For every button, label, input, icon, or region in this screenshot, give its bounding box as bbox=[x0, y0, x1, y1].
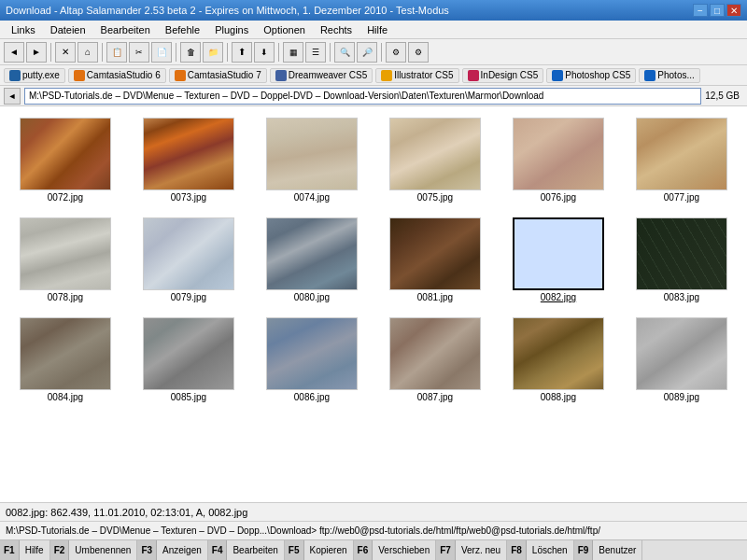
file-item[interactable]: 0081.jpg bbox=[377, 214, 493, 306]
fn-key-label: Bearbeiten bbox=[227, 544, 283, 556]
address-input[interactable] bbox=[24, 88, 701, 105]
bookmark-icon bbox=[9, 70, 21, 81]
file-item[interactable]: 0089.jpg bbox=[624, 314, 740, 406]
menu-item-plugins[interactable]: Plugins bbox=[207, 22, 256, 37]
menu-item-links[interactable]: Links bbox=[4, 22, 43, 37]
fn-key-f4[interactable]: F4Bearbeiten bbox=[208, 540, 285, 560]
menu-item-hilfe[interactable]: Hilfe bbox=[359, 22, 395, 37]
fn-key-f6[interactable]: F6Verschieben bbox=[354, 540, 437, 560]
file-item[interactable]: 0078.jpg bbox=[7, 214, 123, 306]
file-thumbnail bbox=[636, 317, 727, 390]
file-label: 0072.jpg bbox=[48, 192, 83, 203]
disk-size: 12,5 GB bbox=[705, 91, 743, 101]
file-item[interactable]: 0074.jpg bbox=[254, 114, 370, 206]
back-button[interactable]: ◄ bbox=[4, 42, 24, 63]
window-controls: − □ ✕ bbox=[693, 4, 741, 17]
toolbar-separator-4 bbox=[227, 43, 228, 62]
addr-back-btn[interactable]: ◄ bbox=[4, 88, 21, 105]
minimize-button[interactable]: − bbox=[693, 4, 708, 17]
search2-button[interactable]: 🔎 bbox=[357, 42, 377, 63]
fn-key-f2[interactable]: F2Umbenennen bbox=[50, 540, 138, 560]
content-area: 0072.jpg0073.jpg0074.jpg0075.jpg0076.jpg… bbox=[0, 106, 747, 502]
file-label: 0088.jpg bbox=[541, 392, 576, 402]
menu-item-optionen[interactable]: Optionen bbox=[256, 22, 313, 37]
bookmark-icon bbox=[468, 70, 479, 81]
file-thumbnail bbox=[143, 217, 234, 290]
file-thumbnail bbox=[266, 217, 358, 290]
maximize-button[interactable]: □ bbox=[710, 4, 725, 17]
file-label: 0084.jpg bbox=[48, 392, 83, 402]
bookmark-putty.exe[interactable]: putty.exe bbox=[4, 68, 65, 83]
bookmark-indesigncs5[interactable]: InDesign CS5 bbox=[462, 68, 544, 83]
bookmark-camtasiastudio6[interactable]: CamtasiaStudio 6 bbox=[68, 68, 166, 83]
file-thumbnail bbox=[389, 217, 481, 290]
delete-button[interactable]: 🗑 bbox=[180, 42, 201, 63]
settings-button[interactable]: ⚙ bbox=[386, 42, 406, 63]
file-item[interactable]: 0087.jpg bbox=[377, 314, 493, 406]
fn-key-code: F5 bbox=[285, 540, 304, 560]
file-thumbnail bbox=[20, 118, 111, 190]
search-button[interactable]: 🔍 bbox=[334, 42, 355, 63]
file-label: 0074.jpg bbox=[294, 192, 330, 203]
bookmark-icon bbox=[552, 70, 563, 81]
file-item[interactable]: 0079.jpg bbox=[131, 214, 247, 306]
copy-button[interactable]: 📋 bbox=[106, 42, 127, 63]
file-item[interactable]: 0085.jpg bbox=[131, 314, 247, 406]
bookmark-photos...[interactable]: Photos... bbox=[639, 68, 699, 83]
file-item[interactable]: 0084.jpg bbox=[7, 314, 123, 406]
menu-item-rechts[interactable]: Rechts bbox=[313, 22, 359, 37]
sort-button[interactable]: ⬇ bbox=[254, 42, 275, 63]
fn-key-f1[interactable]: F1Hilfe bbox=[0, 540, 50, 560]
file-item[interactable]: 0088.jpg bbox=[500, 314, 616, 406]
menu-item-befehle[interactable]: Befehle bbox=[158, 22, 207, 37]
fn-key-f7[interactable]: F7Verz. neu bbox=[436, 540, 507, 560]
file-thumbnail bbox=[143, 317, 234, 390]
file-item[interactable]: 0077.jpg bbox=[624, 114, 740, 206]
file-item[interactable]: 0083.jpg bbox=[624, 214, 740, 306]
forward-button[interactable]: ► bbox=[26, 42, 47, 63]
status-text-2: M:\PSD-Tutorials.de – DVD\Menue – Textur… bbox=[6, 525, 600, 536]
file-item[interactable]: 0080.jpg bbox=[254, 214, 370, 306]
paste-button[interactable]: 📄 bbox=[151, 42, 172, 63]
bookmark-photoshopcs5[interactable]: Photoshop CS5 bbox=[546, 68, 636, 83]
fn-key-f5[interactable]: F5Kopieren bbox=[285, 540, 354, 560]
file-item[interactable]: 0076.jpg bbox=[500, 114, 616, 206]
file-item[interactable]: 0082.jpg bbox=[500, 214, 616, 306]
view2-button[interactable]: ☰ bbox=[305, 42, 326, 63]
toolbar: ◄ ► ✕ ⌂ 📋 ✂ 📄 🗑 📁 ⬆ ⬇ ▦ ☰ 🔍 🔎 ⚙ ⚙ bbox=[0, 39, 747, 65]
view-button[interactable]: ▦ bbox=[283, 42, 303, 63]
fn-key-code: F2 bbox=[50, 540, 70, 560]
fn-key-f8[interactable]: F8Löschen bbox=[507, 540, 573, 560]
address-bar: ◄ 12,5 GB bbox=[0, 86, 747, 106]
stop-button[interactable]: ✕ bbox=[55, 42, 76, 63]
home-button[interactable]: ⌂ bbox=[78, 42, 98, 63]
newfolder-button[interactable]: 📁 bbox=[203, 42, 223, 63]
menu-item-dateien[interactable]: Dateien bbox=[43, 22, 93, 37]
bookmark-illustratorcs5[interactable]: Illustrator CS5 bbox=[375, 68, 458, 83]
menu-item-bearbeiten[interactable]: Bearbeiten bbox=[93, 22, 158, 37]
close-button[interactable]: ✕ bbox=[726, 4, 741, 17]
file-item[interactable]: 0086.jpg bbox=[254, 314, 370, 406]
file-item[interactable]: 0073.jpg bbox=[131, 114, 247, 206]
fn-key-code: F8 bbox=[507, 540, 527, 560]
toolbar-separator-7 bbox=[381, 43, 382, 62]
bookmark-label: CamtasiaStudio 7 bbox=[188, 70, 261, 80]
fn-key-f3[interactable]: F3Anzeigen bbox=[137, 540, 207, 560]
bookmark-icon bbox=[644, 70, 655, 81]
file-thumbnail bbox=[266, 317, 358, 390]
settings2-button[interactable]: ⚙ bbox=[408, 42, 429, 63]
fn-key-f9[interactable]: F9Benutzer bbox=[574, 540, 643, 560]
up-button[interactable]: ⬆ bbox=[232, 42, 252, 63]
cut-button[interactable]: ✂ bbox=[129, 42, 149, 63]
bookmark-camtasiastudio7[interactable]: CamtasiaStudio 7 bbox=[169, 68, 267, 83]
file-thumbnail bbox=[636, 118, 727, 190]
file-item[interactable]: 0072.jpg bbox=[7, 114, 123, 206]
titlebar: Download - Altap Salamander 2.53 beta 2 … bbox=[0, 0, 747, 21]
file-grid[interactable]: 0072.jpg0073.jpg0074.jpg0075.jpg0076.jpg… bbox=[0, 106, 747, 502]
bookmark-label: InDesign CS5 bbox=[481, 70, 539, 80]
file-item[interactable]: 0075.jpg bbox=[377, 114, 493, 206]
fn-key-label: Verschieben bbox=[373, 544, 435, 556]
file-thumbnail bbox=[389, 118, 481, 190]
title-text: Download - Altap Salamander 2.53 beta 2 … bbox=[6, 5, 449, 16]
bookmark-dreamweavercs5[interactable]: Dreamweaver CS5 bbox=[270, 68, 373, 83]
